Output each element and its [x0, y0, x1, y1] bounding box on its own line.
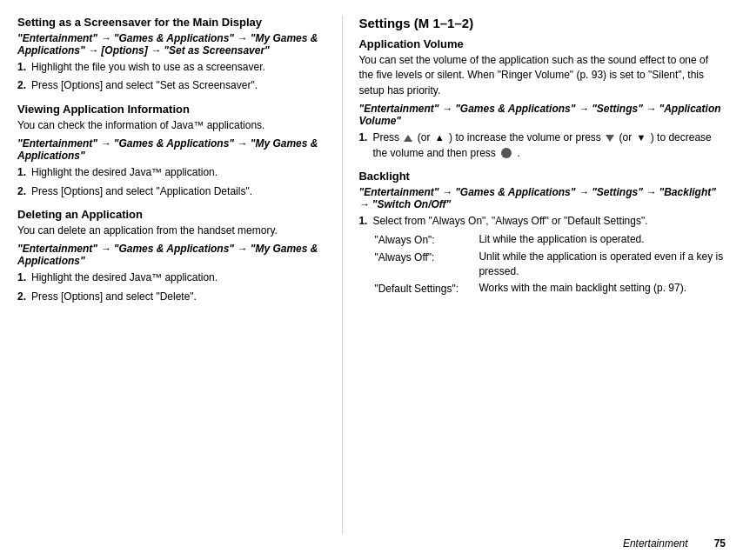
delete-step-2: 2. Press [Options] and select "Delete". [17, 290, 326, 304]
step-num: 1. [358, 214, 372, 229]
backlight-table: "Always On": Lit while the application i… [374, 232, 726, 297]
step-content: Highlight the desired Java™ application. [31, 270, 326, 285]
view-info-step-2: 2. Press [Options] and select "Applicati… [17, 184, 326, 199]
screensaver-section: Setting as a Screensaver for the Main Di… [17, 16, 326, 94]
screensaver-step-1: 1. Highlight the file you wish to use as… [17, 60, 326, 75]
circle-icon [501, 147, 512, 159]
delete-step-1: 1. Highlight the desired Java™ applicati… [17, 270, 326, 285]
arrow-up-icon [404, 131, 415, 143]
nav-up-icon: ▲ [435, 132, 445, 143]
screensaver-title: Setting as a Screensaver for the Main Di… [17, 16, 326, 29]
left-column: Setting as a Screensaver for the Main Di… [17, 16, 343, 534]
period-label: . [518, 147, 520, 159]
step-num: 1. [17, 270, 31, 285]
footer-label: Entertainment [623, 537, 688, 550]
right-column: Settings (M 1–1–2) Application Volume Yo… [343, 16, 726, 534]
screensaver-path: "Entertainment" → "Games & Applications"… [17, 32, 326, 57]
view-info-step-1: 1. Highlight the desired Java™ applicati… [17, 165, 326, 180]
backlight-key: "Default Settings": [374, 281, 479, 297]
delete-path: "Entertainment" → "Games & Applications"… [17, 243, 326, 267]
right-main-title: Settings (M 1–1–2) [358, 16, 726, 30]
backlight-val: Unlit while the application is operated … [479, 250, 726, 279]
backlight-row-always-on: "Always On": Lit while the application i… [374, 232, 726, 248]
step-num: 2. [17, 78, 31, 93]
backlight-val: Works with the main backlight setting (p… [479, 281, 726, 297]
backlight-path: "Entertainment" → "Games & Applications"… [358, 186, 726, 210]
step-content: Press [Options] and select "Application … [31, 184, 326, 199]
view-info-body: You can check the information of Java™ a… [17, 118, 326, 133]
press-label: Press [372, 131, 399, 143]
increase-label: ) to increase the volume or press [449, 131, 601, 143]
view-info-title: Viewing Application Information [17, 103, 326, 116]
backlight-row-default: "Default Settings": Works with the main … [374, 281, 726, 297]
page-footer: Entertainment 75 [623, 537, 726, 550]
step-content: Select from "Always On", "Always Off" or… [372, 214, 726, 229]
app-volume-title: Application Volume [358, 37, 726, 50]
screensaver-step-2: 2. Press [Options] and select "Set as Sc… [17, 78, 326, 93]
view-info-section: Viewing Application Information You can … [17, 103, 326, 199]
or-label-1: (or [418, 131, 431, 143]
delete-title: Deleting an Application [17, 208, 326, 221]
app-volume-path: "Entertainment" → "Games & Applications"… [358, 103, 726, 127]
step-num: 1. [17, 165, 31, 180]
view-info-path: "Entertainment" → "Games & Applications"… [17, 137, 326, 162]
app-volume-body: You can set the volume of the applicatio… [358, 53, 726, 98]
app-volume-step-1: 1. Press (or ▲ ) to increase the volume … [358, 130, 726, 161]
backlight-title: Backlight [358, 170, 726, 183]
step-num: 2. [17, 184, 31, 199]
step-content: Press [Options] and select "Set as Scree… [31, 78, 326, 93]
or-label-2: (or [619, 131, 633, 143]
backlight-key: "Always On": [374, 232, 479, 248]
delete-body: You can delete an application from the h… [17, 223, 326, 238]
arrow-down-icon [606, 131, 617, 143]
backlight-key: "Always Off": [374, 250, 479, 279]
nav-down-icon: ▼ [637, 132, 646, 143]
step-content: Highlight the file you wish to use as a … [31, 60, 326, 75]
step-content: Highlight the desired Java™ application. [31, 165, 326, 180]
step-content: Press (or ▲ ) to increase the volume or … [372, 130, 726, 161]
backlight-row-always-off: "Always Off": Unlit while the applicatio… [374, 250, 726, 279]
step-content: Press [Options] and select "Delete". [31, 290, 326, 304]
step-num: 1. [17, 60, 31, 75]
backlight-val: Lit while the application is operated. [479, 232, 726, 248]
app-volume-section: Application Volume You can set the volum… [358, 37, 726, 161]
delete-section: Deleting an Application You can delete a… [17, 208, 326, 304]
footer-page-number: 75 [714, 537, 726, 550]
backlight-step-1: 1. Select from "Always On", "Always Off"… [358, 214, 726, 229]
step-num: 1. [358, 130, 372, 161]
step-num: 2. [17, 290, 31, 304]
backlight-section: Backlight "Entertainment" → "Games & App… [358, 170, 726, 297]
